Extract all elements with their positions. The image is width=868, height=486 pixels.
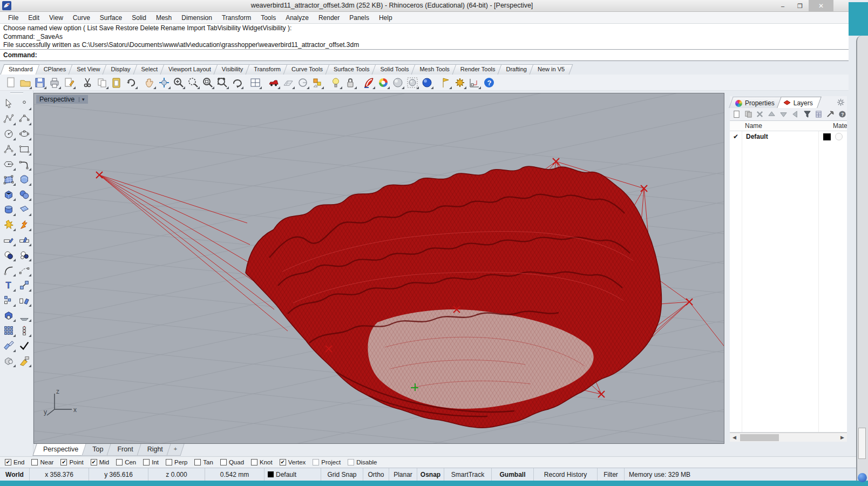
dimension-tools-icon[interactable]: [467, 75, 482, 90]
options-gear-icon[interactable]: [452, 75, 467, 90]
tab-standard[interactable]: Standard: [2, 64, 39, 75]
solid-cylinder-icon[interactable]: [1, 202, 16, 217]
pan-icon[interactable]: [142, 75, 157, 90]
render-shaded-icon[interactable]: [390, 75, 405, 90]
named-views-car-icon[interactable]: [266, 75, 281, 90]
arc-icon[interactable]: [1, 141, 16, 156]
tab-visibility[interactable]: Visibility: [215, 64, 250, 75]
close-button[interactable]: ✕: [809, 0, 833, 12]
command-prompt[interactable]: Command:: [0, 50, 849, 61]
layer-name[interactable]: Default: [742, 133, 823, 140]
restore-button[interactable]: ❐: [791, 0, 809, 12]
help-icon[interactable]: ?: [482, 75, 496, 90]
tab-new-in-v5[interactable]: New in V5: [531, 64, 571, 75]
copy-layer-icon[interactable]: [744, 110, 753, 119]
menu-curve[interactable]: Curve: [68, 13, 95, 23]
tab-cplanes[interactable]: CPlanes: [37, 64, 73, 75]
layers-hscrollbar[interactable]: ◀ ▶: [730, 433, 847, 442]
flow-along-curve-icon[interactable]: [1, 338, 16, 353]
viewport-menu-chevron-icon[interactable]: ▼: [79, 97, 87, 102]
select-icon[interactable]: [1, 96, 16, 111]
print-icon[interactable]: [47, 75, 62, 90]
split-icon[interactable]: [17, 232, 32, 247]
checkbox-checked[interactable]: ✔: [60, 459, 67, 465]
tab-curve-tools[interactable]: Curve Tools: [285, 64, 329, 75]
tab-transform[interactable]: Transform: [247, 64, 287, 75]
tab-render-tools[interactable]: Render Tools: [454, 64, 502, 75]
toggle-osnap[interactable]: Osnap: [417, 468, 444, 481]
checkbox-checked[interactable]: ✔: [280, 459, 286, 465]
paste-icon[interactable]: [109, 75, 124, 90]
cplane-menu[interactable]: World: [0, 468, 30, 481]
toggle-filter[interactable]: Filter: [598, 468, 625, 481]
trim-icon[interactable]: [1, 232, 16, 247]
four-viewports-icon[interactable]: [248, 75, 262, 90]
tab-set-view[interactable]: Set View: [70, 64, 106, 75]
menu-solid[interactable]: Solid: [127, 13, 151, 23]
osnap-mid[interactable]: ✔Mid: [91, 459, 110, 465]
tab-surface-tools[interactable]: Surface Tools: [327, 64, 376, 75]
ellipse-icon[interactable]: [17, 126, 32, 141]
solid-box-icon[interactable]: [1, 187, 16, 201]
copy-icon[interactable]: [94, 75, 109, 90]
checkbox[interactable]: [116, 459, 123, 465]
circle-icon[interactable]: [1, 126, 16, 141]
menu-transform[interactable]: Transform: [217, 13, 256, 23]
toggle-record-history[interactable]: Record History: [534, 468, 598, 481]
save-icon[interactable]: [32, 75, 47, 90]
osnap-project[interactable]: Project: [313, 459, 341, 465]
extrude-icon[interactable]: [17, 308, 32, 322]
menu-surface[interactable]: Surface: [95, 13, 127, 23]
layer-list[interactable]: ✔ Default: [730, 131, 847, 433]
menu-edit[interactable]: Edit: [23, 13, 44, 23]
zoom-selected-icon[interactable]: [200, 75, 215, 90]
menu-analyze[interactable]: Analyze: [281, 13, 314, 23]
current-layer[interactable]: Default: [265, 468, 321, 481]
layer-material-icon[interactable]: [835, 133, 843, 140]
viewport-canvas[interactable]: z x y: [34, 93, 724, 444]
text-object-icon[interactable]: T: [1, 278, 16, 292]
shear-icon[interactable]: [17, 293, 32, 307]
layer-row-default[interactable]: ✔ Default: [730, 131, 847, 142]
scale-icon[interactable]: [17, 278, 32, 292]
checkbox-checked[interactable]: ✔: [5, 459, 11, 465]
blend-curve-icon[interactable]: [17, 262, 32, 277]
zoom-extents-icon[interactable]: [215, 75, 229, 90]
undo-view-icon[interactable]: [229, 75, 244, 90]
open-file-icon[interactable]: [18, 75, 32, 90]
fillet-curve-icon[interactable]: [1, 262, 16, 277]
menu-panels[interactable]: Panels: [344, 13, 374, 23]
osnap-tan[interactable]: Tan: [194, 459, 213, 465]
checkbox[interactable]: [313, 459, 319, 465]
flamingo-render-icon[interactable]: [361, 75, 376, 90]
mesh-tools-icon[interactable]: [1, 353, 16, 368]
check-objects-icon[interactable]: [17, 338, 32, 353]
layer-help-icon[interactable]: ?: [838, 110, 847, 119]
column-material[interactable]: Mate: [833, 122, 847, 130]
osnap-knot[interactable]: Knot: [251, 459, 273, 465]
lamp-icon[interactable]: [328, 75, 343, 90]
fillet-corner-icon[interactable]: [17, 157, 32, 171]
boolean-difference-icon[interactable]: [17, 247, 32, 262]
scroll-left-icon[interactable]: ◀: [730, 435, 739, 440]
column-name[interactable]: Name: [730, 122, 833, 130]
osnap-cen[interactable]: Cen: [116, 459, 136, 465]
osnap-end[interactable]: ✔End: [5, 459, 24, 465]
osnap-vertex[interactable]: ✔Vertex: [280, 459, 306, 465]
checkbox[interactable]: [220, 459, 227, 465]
menu-view[interactable]: View: [44, 13, 68, 23]
cplane-icon[interactable]: [281, 75, 295, 90]
polygon-icon[interactable]: [1, 157, 16, 171]
surface-loft-icon[interactable]: [17, 172, 32, 186]
lock-icon[interactable]: [343, 75, 357, 90]
checkbox[interactable]: [166, 459, 172, 465]
explode-icon[interactable]: [1, 217, 16, 232]
add-viewport-tab-button[interactable]: +: [168, 444, 182, 456]
point-icon[interactable]: [17, 96, 32, 111]
blast-icon[interactable]: [17, 217, 32, 232]
new-layer-icon[interactable]: [732, 110, 741, 119]
settings-tools-icon[interactable]: [826, 110, 835, 119]
menu-tools[interactable]: Tools: [256, 13, 281, 23]
checkbox[interactable]: [31, 459, 38, 465]
toggle-grid-snap[interactable]: Grid Snap: [321, 468, 363, 481]
